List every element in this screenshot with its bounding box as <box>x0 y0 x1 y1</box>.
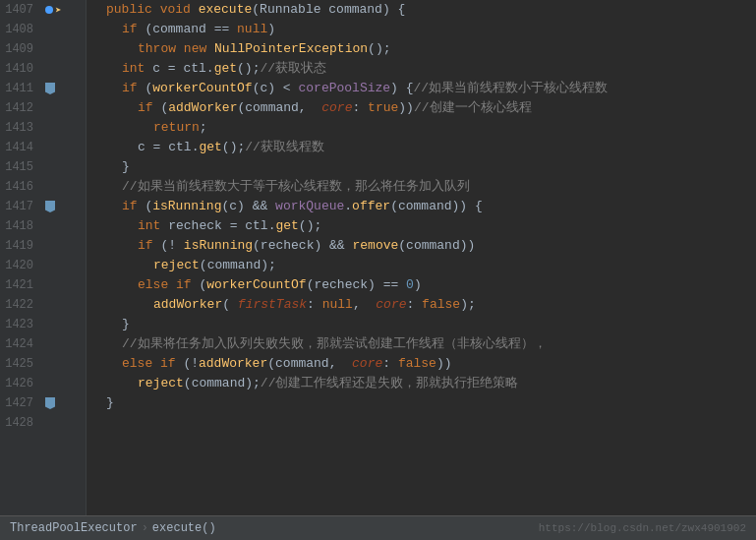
line-row: 1423 <box>0 315 86 334</box>
line-row: 1412 <box>0 98 86 118</box>
line-row: 1410 <box>0 59 86 79</box>
line-num-1426: 1426 <box>0 377 41 390</box>
line-num-1407: 1407 <box>0 3 41 17</box>
line-row: 1416 <box>0 177 86 197</box>
line-numbers: 1407 ➤ 1408 1409 141 <box>0 0 86 433</box>
line-num-1409: 1409 <box>0 42 41 56</box>
code-line-1413: return; <box>90 118 756 138</box>
line-num-1411: 1411 <box>0 82 41 95</box>
line-row: 1411 <box>0 79 86 98</box>
line-num-1418: 1418 <box>0 219 41 233</box>
line-row: 1413 <box>0 118 86 138</box>
line-row: 1414 <box>0 138 86 157</box>
line-num-1412: 1412 <box>0 101 41 115</box>
code-lines[interactable]: public void execute(Runnable command) { … <box>87 0 756 515</box>
line-row: 1427 <box>0 393 86 413</box>
line-row: 1409 <box>0 39 86 59</box>
line-num-1415: 1415 <box>0 160 41 174</box>
line-num-1420: 1420 <box>0 259 41 272</box>
bookmark-marker[interactable] <box>45 201 55 212</box>
line-num-1422: 1422 <box>0 298 41 312</box>
code-line-1427: } <box>90 393 756 413</box>
line-num-1417: 1417 <box>0 200 41 213</box>
line-num-1425: 1425 <box>0 357 41 371</box>
line-num-1428: 1428 <box>0 416 41 430</box>
line-num-1414: 1414 <box>0 141 41 154</box>
code-line-1412: if (addWorker(command, core: true))//创建一… <box>90 98 756 118</box>
code-line-1407: public void execute(Runnable command) { <box>90 0 756 20</box>
line-markers-1411 <box>41 83 86 94</box>
breakpoint-marker[interactable] <box>45 6 53 14</box>
code-line-1426: reject(command);//创建工作线程还是失败，那就执行拒绝策略 <box>90 374 756 393</box>
line-row: 1421 <box>0 275 86 295</box>
status-url: https://blog.csdn.net/zwx4901902 <box>539 522 746 534</box>
code-line-1416: //如果当前线程数大于等于核心线程数，那么将任务加入队列 <box>90 177 756 197</box>
line-num-1427: 1427 <box>0 396 41 410</box>
editor-container: 1407 ➤ 1408 1409 141 <box>0 0 756 540</box>
line-row: 1418 <box>0 216 86 236</box>
breadcrumb-class: ThreadPoolExecutor <box>10 521 138 535</box>
status-bar: ThreadPoolExecutor › execute() https://b… <box>0 515 756 540</box>
code-line-1419: if (! isRunning(recheck) && remove(comma… <box>90 236 756 256</box>
code-line-1424: //如果将任务加入队列失败失败，那就尝试创建工作线程（非核心线程）， <box>90 334 756 354</box>
line-row: 1420 <box>0 256 86 275</box>
code-line-1414: c = ctl.get();//获取线程数 <box>90 138 756 157</box>
line-row: 1408 <box>0 20 86 39</box>
code-line-1423: } <box>90 315 756 334</box>
code-line-1409: throw new NullPointerException(); <box>90 39 756 59</box>
line-markers-1417 <box>41 201 86 212</box>
code-line-1410: int c = ctl.get();//获取状态 <box>90 59 756 79</box>
line-row: 1424 <box>0 334 86 354</box>
line-num-1416: 1416 <box>0 180 41 194</box>
code-line-1422: addWorker( firstTask: null, core: false)… <box>90 295 756 315</box>
line-row: 1428 <box>0 413 86 433</box>
line-row: 1426 <box>0 374 86 393</box>
code-line-1425: else if (!addWorker(command, core: false… <box>90 354 756 374</box>
line-row: 1415 <box>0 157 86 177</box>
line-row: 1407 ➤ <box>0 0 86 20</box>
breadcrumb: ThreadPoolExecutor › execute() <box>10 521 539 535</box>
code-line-1421: else if (workerCountOf(recheck) == 0) <box>90 275 756 295</box>
line-row: 1419 <box>0 236 86 256</box>
code-line-1418: int recheck = ctl.get(); <box>90 216 756 236</box>
execution-arrow: ➤ <box>55 4 62 17</box>
line-num-1423: 1423 <box>0 318 41 331</box>
code-line-1428 <box>90 413 756 433</box>
bookmark-marker[interactable] <box>45 397 55 409</box>
line-num-1424: 1424 <box>0 337 41 351</box>
line-num-1413: 1413 <box>0 121 41 135</box>
code-line-1420: reject(command); <box>90 256 756 275</box>
line-num-1421: 1421 <box>0 278 41 292</box>
code-line-1408: if (command == null) <box>90 20 756 39</box>
breadcrumb-method: execute() <box>152 521 216 535</box>
line-row: 1417 <box>0 197 86 216</box>
line-row: 1425 <box>0 354 86 374</box>
line-num-1419: 1419 <box>0 239 41 253</box>
gutter: 1407 ➤ 1408 1409 141 <box>0 0 87 515</box>
breadcrumb-separator: › <box>142 521 148 535</box>
code-line-1411: if (workerCountOf(c) < corePoolSize) {//… <box>90 79 756 98</box>
code-line-1415: } <box>90 157 756 177</box>
line-num-1410: 1410 <box>0 62 41 76</box>
code-line-1417: if (isRunning(c) && workQueue.offer(comm… <box>90 197 756 216</box>
line-markers-1407: ➤ <box>41 4 86 17</box>
code-area: 1407 ➤ 1408 1409 141 <box>0 0 756 515</box>
line-row: 1422 <box>0 295 86 315</box>
line-num-1408: 1408 <box>0 23 41 36</box>
bookmark-marker[interactable] <box>45 83 55 94</box>
line-markers-1427 <box>41 397 86 409</box>
